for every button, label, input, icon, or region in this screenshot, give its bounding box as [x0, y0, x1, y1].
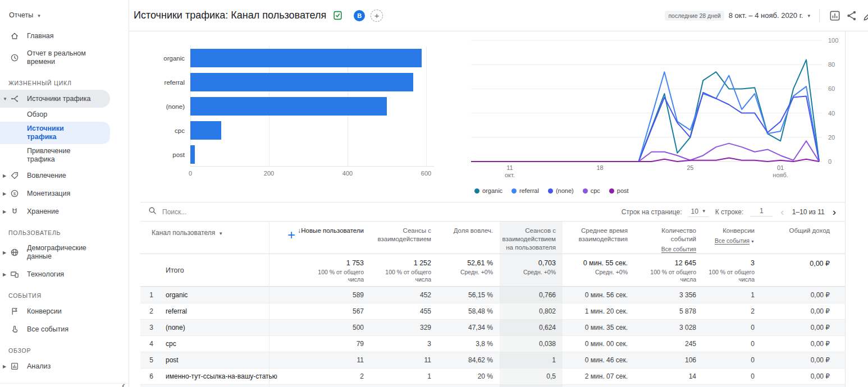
sidebar-item-label: Хранение [27, 208, 59, 216]
sidebar-item-вовлечение[interactable]: ▶Вовлечение [0, 167, 129, 185]
search-input[interactable] [162, 208, 353, 216]
rows-per-page-select[interactable]: 10▼ [688, 207, 708, 217]
column-header-4[interactable]: Сеансов с взаимодействием на пользовател… [500, 222, 563, 254]
column-header-2[interactable]: Сеансы с взаимодействием [371, 222, 438, 254]
sidebar-item-label: Все события [27, 325, 68, 334]
row-cell: 3 028 [634, 320, 703, 335]
bar-label-none: (none) [139, 94, 190, 118]
totals-cell: 52,61 %Средн. +0% [438, 254, 500, 286]
bar-post[interactable] [190, 145, 195, 164]
benchmark-badge[interactable]: B [354, 10, 365, 21]
row-channel: organic [156, 287, 269, 303]
sidebar-collapse-button[interactable]: ‹ [122, 380, 125, 387]
row-cell: 0,766 [500, 287, 563, 303]
chevron-right-icon: ▶ [3, 173, 8, 178]
add-dimension-button[interactable]: + [287, 228, 295, 242]
sidebar-item-анализ[interactable]: ▶Анализ [0, 357, 129, 375]
sidebar-item-демографические-данные[interactable]: ▶Демографические данные [0, 239, 129, 265]
analysis-icon [10, 362, 19, 371]
sidebar-nav: ГлавнаяОтчет в реальном времениЖИЗНЕННЫЙ… [0, 22, 129, 387]
row-cell: 0,802 [500, 303, 563, 319]
sidebar-subitem-обзор[interactable]: Обзор [0, 108, 129, 122]
column-header-5[interactable]: Среднее время взаимодействия [563, 222, 634, 254]
row-cell: 0 [703, 368, 761, 384]
row-cell: 567 [269, 303, 371, 319]
prev-page-button[interactable]: ‹ [779, 206, 785, 217]
column-header-8[interactable]: Общий доход [761, 222, 837, 254]
bar-referral[interactable] [190, 73, 413, 91]
row-number: 1 [140, 287, 156, 303]
column-header-3[interactable]: Доля вовлеч. [438, 222, 500, 254]
svg-text:01: 01 [777, 164, 784, 171]
row-cell: 5 878 [634, 303, 703, 319]
svg-text:40: 40 [828, 110, 835, 117]
row-cell: 0,00 ₽ [761, 320, 837, 335]
legend-item-post[interactable]: post [609, 187, 629, 194]
row-cell: 589 [269, 287, 371, 303]
legend-item-cpc[interactable]: cpc [583, 187, 600, 194]
row-cell: 2 [703, 303, 761, 319]
bar-cpc[interactable] [190, 121, 221, 140]
home-icon [10, 31, 19, 40]
row-cell: 1 мин. 20 сек. [563, 303, 634, 319]
bar-category-labels: organicreferral(none)cpcpost [139, 46, 190, 167]
next-page-button[interactable]: › [832, 206, 837, 217]
go-to-row-input[interactable]: 1 [750, 207, 773, 216]
sidebar-subitem-источники-трафика[interactable]: Источники трафика [0, 122, 110, 144]
table-row-4[interactable]: 4cpc7933,8 %0,0380 мин. 00 сек.24500,00 … [140, 335, 845, 352]
totals-cell: 1 252100 % от общего числа [371, 254, 438, 286]
add-comparison-button[interactable]: + [371, 10, 383, 22]
event-scope-link[interactable]: Все события▼ [715, 237, 755, 246]
sidebar-item-label: Анализ [27, 362, 51, 371]
sidebar-item-label: Источники трафика [27, 95, 90, 103]
row-cell: 329 [371, 320, 438, 335]
sidebar-subitem-привлечение-трафика[interactable]: Привлечение трафика [0, 144, 129, 167]
row-cell: 500 [269, 320, 371, 335]
date-preset-chip: последние 28 дней [665, 11, 724, 21]
sidebar-subitem-label: Обзор [27, 110, 94, 119]
edit-icon[interactable] [862, 10, 868, 22]
row-number: 3 [140, 320, 156, 335]
table-row-1[interactable]: 1organic58945256,15 %0,7660 мин. 56 сек.… [140, 287, 845, 303]
sidebar-item-главная[interactable]: Главная [0, 27, 129, 45]
legend-item-organic[interactable]: organic [474, 187, 502, 194]
row-channel: (none) [156, 320, 269, 335]
table-row-5[interactable]: 5post111184,62 %10 мин. 46 сек.10600,00 … [140, 352, 845, 368]
table-row-6[interactable]: 6именно-тут-ссылка-на-вашу-статью2120 %0… [140, 368, 845, 384]
sidebar-item-отчет-в-реальном-времени[interactable]: Отчет в реальном времени [0, 45, 129, 71]
sidebar-item-технология[interactable]: ▶Технология [0, 265, 129, 283]
row-cell: 2 мин. 07 сек. [563, 368, 634, 384]
bar-none[interactable] [190, 97, 387, 116]
chevron-down-icon: ▾ [38, 13, 40, 19]
event-scope-link[interactable]: Все события [661, 245, 696, 254]
table-row-2[interactable]: 2referral56745558,48 %0,8021 мин. 20 сек… [140, 303, 845, 319]
dimension-header[interactable]: Канал пользователя▼ [140, 222, 269, 254]
legend-item-none[interactable]: (none) [548, 187, 574, 194]
sidebar: Отчеты▾ ГлавнаяОтчет в реальном времениЖ… [0, 0, 129, 387]
go-to-row-label: К строке: [715, 208, 744, 216]
sidebar-item-конверсии[interactable]: Конверсии [0, 302, 129, 320]
row-cell: 0,00 ₽ [761, 287, 837, 303]
table-row-3[interactable]: 3(none)50032947,34 %0,6240 мин. 35 сек.3… [140, 319, 845, 335]
table-controls: Строк на странице: 10▼ К строке: 1 ‹ 1–1… [140, 202, 845, 222]
row-cell: 0,00 ₽ [761, 303, 837, 319]
sidebar-item-хранение[interactable]: ▶Хранение [0, 202, 129, 220]
sidebar-item-источники-трафика[interactable]: ▼Источники трафика [0, 90, 110, 108]
title-group: Источники трафика: Канал пользователя B … [134, 10, 383, 22]
date-range-selector[interactable]: 8 окт. – 4 нояб. 2020 г. [729, 11, 803, 20]
sidebar-item-монетизация[interactable]: ▶$Монетизация [0, 185, 129, 202]
row-cell: 0 [703, 336, 761, 352]
sidebar-item-label: Отчет в реальном времени [27, 49, 97, 66]
charts-row: organicreferral(none)cpcpost0200400600 0… [129, 31, 868, 202]
bar-organic[interactable] [190, 49, 422, 67]
reports-dropdown[interactable]: Отчеты▾ [0, 0, 129, 22]
column-header-6[interactable]: Количество событийВсе события [634, 222, 703, 254]
legend-item-referral[interactable]: referral [511, 187, 539, 194]
column-header-7[interactable]: КонверсииВсе события▼ [703, 222, 761, 254]
insights-icon[interactable] [829, 10, 841, 22]
rows-per-page-label: Строк на странице: [622, 208, 682, 216]
svg-text:20: 20 [828, 134, 835, 141]
column-header-1[interactable]: ↓Новые пользователи [269, 222, 371, 254]
sidebar-item-все-события[interactable]: Все события [0, 320, 129, 338]
share-icon[interactable] [846, 10, 858, 22]
